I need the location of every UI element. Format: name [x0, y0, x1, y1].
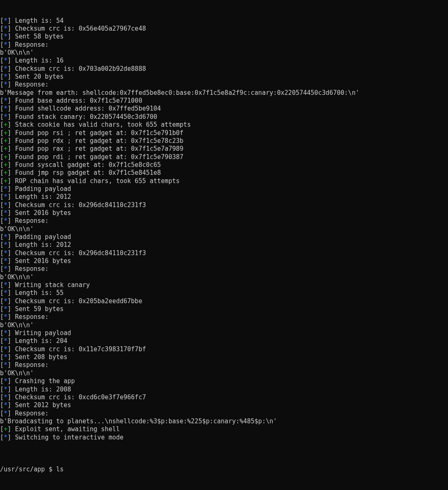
- raw-output-line: b'OK\n\n': [0, 321, 448, 329]
- log-line: [*] Checksum crc is: 0x205ba2eedd67bbe: [0, 297, 448, 305]
- log-line: [+] Found pop rax ; ret gadget at: 0x7f1…: [0, 145, 448, 153]
- plus-icon: +: [4, 145, 7, 152]
- bracket-close: ]: [7, 145, 15, 152]
- log-text: Response:: [15, 41, 48, 48]
- log-text: Found pop rdi ; ret gadget at: 0x7f1c5e7…: [15, 153, 183, 161]
- bracket-open: [: [0, 377, 4, 385]
- plus-icon: +: [4, 177, 7, 185]
- log-text: Found pop rax ; ret gadget at: 0x7f1c5e7…: [15, 145, 183, 152]
- log-text: Found stack canary: 0x220574450c3d6700: [15, 113, 157, 121]
- star-icon: *: [4, 434, 7, 441]
- log-text: Sent 208 bytes: [15, 353, 67, 361]
- log-text: Found base address: 0x7f1c5e771000: [15, 97, 142, 104]
- shell-command: ls: [56, 466, 63, 473]
- log-text: Found syscall gadget at: 0x7f1c5e8c0c65: [15, 161, 161, 169]
- star-icon: *: [4, 57, 7, 64]
- bracket-close: ]: [7, 129, 15, 137]
- raw-text: b'OK\n\n': [0, 225, 34, 233]
- bracket-open: [: [0, 297, 4, 305]
- bracket-close: ]: [7, 17, 15, 24]
- log-text: Found shellcode address: 0x7ffed5be9104: [15, 105, 161, 112]
- raw-text: b'Message from earth: shellcode:0x7ffed5…: [0, 89, 359, 97]
- log-line: [*] Response:: [0, 313, 448, 321]
- bracket-close: ]: [7, 297, 15, 305]
- log-line: [+] ROP chain has valid chars, took 655 …: [0, 177, 448, 185]
- bracket-close: ]: [7, 393, 15, 401]
- shell-path: /usr/src/app: [0, 466, 45, 473]
- log-line: [*] Response:: [0, 410, 448, 418]
- bracket-close: ]: [7, 289, 15, 297]
- log-line: [*] Crashing the app: [0, 377, 448, 385]
- bracket-open: [: [0, 145, 4, 152]
- bracket-open: [: [0, 305, 4, 313]
- log-line: [*] Sent 58 bytes: [0, 33, 448, 41]
- bracket-open: [: [0, 57, 4, 64]
- bracket-open: [: [0, 193, 4, 200]
- plus-icon: +: [4, 153, 7, 161]
- bracket-close: ]: [7, 185, 15, 193]
- bracket-close: ]: [7, 425, 15, 433]
- star-icon: *: [4, 233, 7, 241]
- terminal-output[interactable]: [*] Length is: 54[*] Checksum crc is: 0x…: [0, 0, 448, 490]
- raw-text: b'Broadcasting to planets...\nshellcode:…: [0, 418, 277, 425]
- log-text: Checksum crc is: 0x56e405a27967ce48: [15, 25, 146, 32]
- log-text: Padding payload: [15, 233, 71, 241]
- bracket-close: ]: [7, 217, 15, 224]
- bracket-open: [: [0, 25, 4, 32]
- bracket-open: [: [0, 217, 4, 224]
- log-text: Response:: [15, 217, 48, 224]
- bracket-open: [: [0, 65, 4, 72]
- bracket-close: ]: [7, 161, 15, 169]
- plus-icon: +: [4, 137, 7, 145]
- star-icon: *: [4, 217, 7, 224]
- log-text: Sent 2016 bytes: [15, 257, 71, 265]
- log-text: Found pop rdx ; ret gadget at: 0x7f1c5e7…: [15, 137, 183, 145]
- bracket-close: ]: [7, 209, 15, 217]
- bracket-open: [: [0, 249, 4, 257]
- plus-icon: +: [4, 121, 7, 128]
- log-text: Checksum crc is: 0x205ba2eedd67bbe: [15, 297, 142, 305]
- log-text: Length is: 55: [15, 289, 63, 297]
- log-line: [*] Writing stack canary: [0, 281, 448, 289]
- log-line: [*] Sent 2016 bytes: [0, 209, 448, 217]
- log-line: [*] Sent 59 bytes: [0, 305, 448, 313]
- star-icon: *: [4, 25, 7, 32]
- log-line: [*] Length is: 2012: [0, 241, 448, 249]
- plus-icon: +: [4, 169, 7, 176]
- star-icon: *: [4, 265, 7, 273]
- star-icon: *: [4, 81, 7, 88]
- bracket-close: ]: [7, 137, 15, 145]
- star-icon: *: [4, 386, 7, 393]
- log-text: Length is: 2012: [15, 241, 71, 249]
- bracket-open: [: [0, 33, 4, 40]
- bracket-open: [: [0, 177, 4, 185]
- log-text: Length is: 204: [15, 337, 67, 345]
- bracket-close: ]: [7, 281, 15, 289]
- bracket-close: ]: [7, 305, 15, 313]
- bracket-open: [: [0, 361, 4, 369]
- bracket-close: ]: [7, 153, 15, 161]
- star-icon: *: [4, 41, 7, 48]
- log-text: Stack cookie has valid chars, took 655 a…: [15, 121, 191, 128]
- star-icon: *: [4, 289, 7, 297]
- log-line: [+] Found pop rdi ; ret gadget at: 0x7f1…: [0, 153, 448, 161]
- bracket-open: [: [0, 105, 4, 112]
- shell-prompt-line-1: /usr/src/app $ ls: [0, 466, 448, 473]
- log-line: [*] Sent 20 bytes: [0, 73, 448, 81]
- bracket-close: ]: [7, 233, 15, 241]
- log-text: Sent 2016 bytes: [15, 209, 71, 217]
- star-icon: *: [4, 353, 7, 361]
- log-text: Sent 59 bytes: [15, 305, 63, 313]
- raw-output-line: b'OK\n\n': [0, 225, 448, 233]
- log-line: [*] Sent 2012 bytes: [0, 401, 448, 409]
- log-text: Length is: 16: [15, 57, 63, 64]
- log-line: [*] Response:: [0, 41, 448, 49]
- bracket-open: [: [0, 401, 4, 409]
- star-icon: *: [4, 281, 7, 289]
- log-text: Checksum crc is: 0x703a002b92de8888: [15, 65, 146, 72]
- raw-text: b'OK\n\n': [0, 49, 34, 56]
- bracket-close: ]: [7, 386, 15, 393]
- star-icon: *: [4, 201, 7, 209]
- bracket-close: ]: [7, 33, 15, 40]
- bracket-close: ]: [7, 337, 15, 345]
